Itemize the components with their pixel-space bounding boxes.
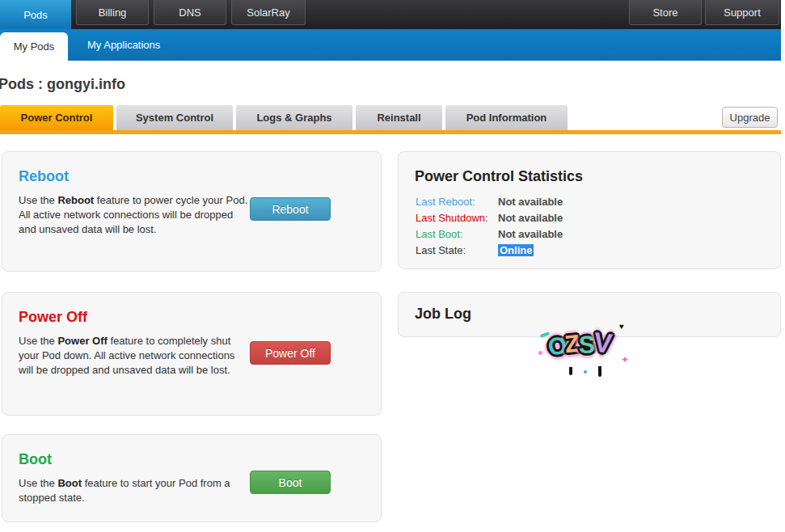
boot-panel-title: Boot (19, 451, 381, 468)
page-title: Pods : gongyi.info (0, 76, 125, 93)
sub-navigation: My Pods My Applications (0, 29, 781, 61)
job-log-panel-title: Job Log (415, 306, 780, 323)
stat-row-last-boot: Last Boot: Not available (416, 226, 780, 242)
reboot-panel: Reboot Use the Reboot feature to power c… (2, 151, 382, 272)
tab-logs-graphs-label: Logs & Graphs (256, 112, 331, 124)
reboot-panel-title: Reboot (19, 168, 381, 185)
stat-row-last-reboot: Last Reboot: Not available (416, 193, 780, 209)
power-off-panel-description: Use the Power Off feature to completely … (19, 334, 251, 378)
topnav-tab-solarray-label: SolarRay (247, 6, 289, 19)
topnav-tab-store-label: Store (652, 6, 677, 19)
reboot-desc-bold: Reboot (57, 194, 94, 206)
boot-panel-description: Use the Boot feature to start your Pod f… (19, 476, 251, 505)
tab-pod-information-label: Pod Information (466, 112, 547, 124)
graffiti-drip-decoration (569, 367, 572, 375)
graffiti-dot-decoration (538, 351, 542, 355)
tab-system-control[interactable]: System Control (116, 105, 233, 130)
tab-power-control[interactable]: Power Control (0, 105, 113, 130)
stat-value-last-boot: Not available (498, 228, 563, 240)
stat-label-last-shutdown: Last Shutdown: (416, 212, 498, 224)
topnav-tab-store[interactable]: Store (629, 0, 702, 25)
power-off-panel: Power Off Use the Power Off feature to c… (2, 292, 382, 416)
app-shell: Pods Billing DNS SolarRay Store Support … (0, 0, 781, 61)
statistics-panel-title: Power Control Statistics (415, 168, 780, 185)
stat-label-last-state: Last State: (416, 244, 498, 256)
statistics-rows: Last Reboot: Not available Last Shutdown… (416, 193, 780, 258)
subnav-tab-my-pods-label: My Pods (14, 40, 55, 53)
stat-value-last-shutdown: Not available (498, 212, 563, 224)
top-navigation: Pods Billing DNS SolarRay Store Support (0, 0, 781, 29)
stat-label-last-reboot: Last Reboot: (416, 196, 498, 208)
power-off-button[interactable]: Power Off (250, 341, 331, 365)
boot-button[interactable]: Boot (250, 471, 331, 494)
boot-desc-bold: Boot (57, 477, 82, 489)
stat-row-last-state: Last State: Online (416, 242, 780, 258)
tab-underline-bar (0, 130, 781, 134)
page: Pods Billing DNS SolarRay Store Support … (0, 0, 785, 532)
job-log-panel: Job Log (398, 292, 781, 337)
graffiti-speck-decoration (584, 370, 587, 374)
subnav-tab-my-applications[interactable]: My Applications (87, 29, 160, 61)
topnav-tab-support-label: Support (724, 6, 761, 19)
topnav-tab-pods-label: Pods (23, 9, 48, 21)
boot-panel: Boot Use the Boot feature to start your … (2, 434, 382, 522)
tab-logs-graphs[interactable]: Logs & Graphs (236, 105, 352, 130)
section-tabbar: Power Control System Control Logs & Grap… (0, 105, 781, 130)
subnav-tab-my-applications-label: My Applications (87, 39, 160, 51)
topnav-tab-billing[interactable]: Billing (76, 0, 149, 25)
subnav-tab-my-pods[interactable]: My Pods (0, 32, 68, 61)
topnav-tab-support[interactable]: Support (705, 0, 779, 25)
tab-reinstall[interactable]: Reinstall (356, 105, 442, 130)
topnav-tab-dns[interactable]: DNS (154, 0, 226, 25)
tab-reinstall-label: Reinstall (377, 112, 420, 124)
power-off-desc-pre: Use the (19, 335, 57, 347)
power-off-panel-title: Power Off (19, 309, 381, 326)
reboot-panel-description: Use the Reboot feature to power cycle yo… (19, 193, 251, 237)
topnav-tab-billing-label: Billing (99, 6, 127, 19)
stat-value-last-state: Online (498, 244, 534, 256)
tab-system-control-label: System Control (136, 112, 213, 124)
boot-desc-pre: Use the (19, 477, 57, 489)
stat-value-last-reboot: Not available (498, 196, 563, 208)
reboot-desc-pre: Use the (19, 194, 57, 206)
topnav-tab-pods[interactable]: Pods (0, 0, 71, 29)
topnav-tab-solarray[interactable]: SolarRay (231, 0, 306, 25)
topnav-tab-dns-label: DNS (179, 6, 200, 19)
power-off-desc-bold: Power Off (57, 335, 107, 347)
reboot-button[interactable]: Reboot (250, 197, 331, 221)
graffiti-sparkle-icon: ✦ (621, 354, 629, 365)
stat-label-last-boot: Last Boot: (416, 228, 498, 240)
power-control-statistics-panel: Power Control Statistics Last Reboot: No… (398, 151, 781, 269)
stat-row-last-shutdown: Last Shutdown: Not available (416, 209, 780, 226)
tab-pod-information[interactable]: Pod Information (445, 105, 568, 130)
tab-power-control-label: Power Control (21, 112, 93, 124)
upgrade-button[interactable]: Upgrade (722, 107, 778, 128)
graffiti-drip-decoration (598, 366, 601, 377)
